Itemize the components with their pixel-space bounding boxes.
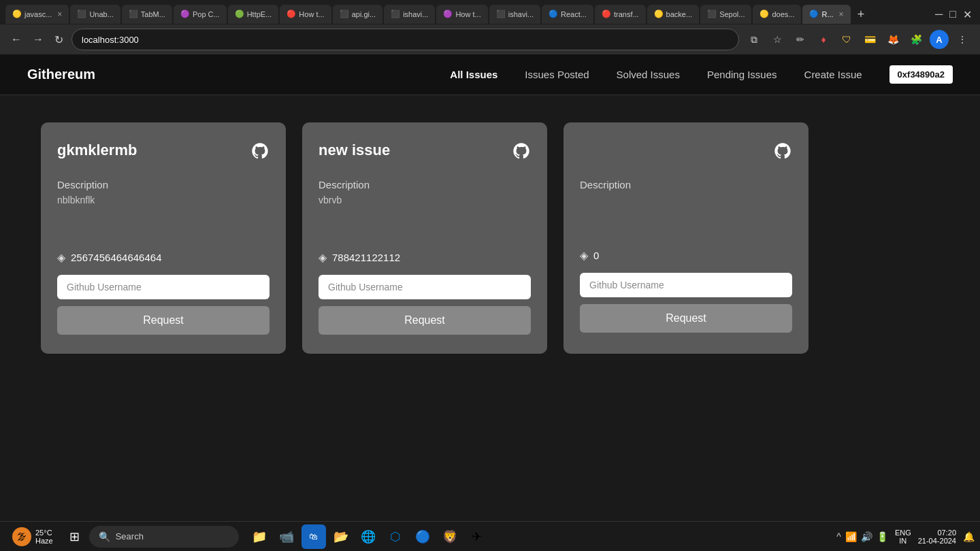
github-icon-3 [773, 141, 792, 165]
tab-r-active[interactable]: 🔵 R... × [802, 5, 850, 24]
chevron-up-icon[interactable]: ^ [836, 531, 841, 542]
taskbar-app-files[interactable]: 📁 [247, 524, 272, 549]
tab-label: How t... [299, 10, 324, 18]
tab-unable[interactable]: ⬛ Unab... [70, 5, 120, 24]
taskbar-right: ^ 📶 🔊 🔋 ENGIN 07:20 21-04-2024 🔔 [836, 529, 975, 545]
card-title-1: gkmklermb [57, 141, 137, 159]
taskbar-app-folder[interactable]: 📂 [329, 524, 353, 549]
taskbar-apps: 📁 📹 🛍 📂 🌐 ⬡ 🔵 🦁 ✈ [247, 524, 489, 549]
github-username-input-2[interactable] [318, 275, 531, 299]
nav-create-issue[interactable]: Create Issue [804, 69, 862, 80]
extension-icon[interactable]: 🧩 [906, 30, 926, 49]
tab-close-active-icon[interactable]: × [839, 10, 844, 19]
minimize-button[interactable]: ─ [932, 5, 945, 23]
maximize-button[interactable]: □ [947, 5, 959, 23]
tab-back[interactable]: 🟡 backe... [647, 5, 700, 24]
start-button[interactable]: ⊞ [64, 527, 85, 547]
tab-tabm[interactable]: ⬛ TabM... [122, 5, 172, 24]
navigation-bar: ← → ↻ ⧉ ☆ ✏ ♦ 🛡 💳 🦊 🧩 A ⋮ [0, 24, 980, 54]
browser-chrome: 🟡 javasc... × ⬛ Unab... ⬛ TabM... 🟣 Pop … [0, 0, 980, 54]
taskbar-app-store[interactable]: 🛍 [301, 524, 326, 549]
tab-favicon: 🔵 [809, 10, 819, 19]
taskbar-system-icons: ^ 📶 🔊 🔋 [836, 531, 888, 542]
tab-isha2[interactable]: ⬛ ishavi... [489, 5, 540, 24]
github-username-input-1[interactable] [57, 275, 270, 299]
taskbar-app-brave[interactable]: 🦁 [438, 524, 462, 549]
tab-close-icon[interactable]: × [57, 10, 62, 19]
wifi-icon[interactable]: 📶 [845, 531, 857, 542]
github-icon-2 [512, 141, 531, 165]
bookmark-icon[interactable]: ☆ [768, 30, 787, 49]
cast-icon[interactable]: ⧉ [745, 30, 764, 49]
app-nav-links: All Issues Issues Posted Solved Issues P… [450, 69, 862, 80]
tab-how2[interactable]: 🟣 How t... [436, 5, 487, 24]
taskbar-app-video[interactable]: 📹 [274, 524, 299, 549]
reload-button[interactable]: ↻ [52, 31, 66, 49]
tab-react[interactable]: 🔵 React... [542, 5, 593, 24]
tab-label: How t... [455, 10, 480, 18]
shield-icon[interactable]: 🛡 [837, 30, 856, 49]
tab-label: backe... [666, 10, 693, 18]
tab-label: Sepol... [719, 10, 745, 18]
wallet-ext-icon[interactable]: ♦ [814, 30, 833, 49]
github-username-input-3[interactable] [580, 273, 792, 297]
github-icon-1 [250, 141, 270, 165]
metamask-icon[interactable]: 🦊 [883, 30, 902, 49]
tab-favicon: ⬛ [496, 10, 506, 19]
nav-solved-issues[interactable]: Solved Issues [617, 69, 680, 80]
card-header-2: new issue [318, 141, 531, 165]
tab-sepo[interactable]: ⬛ Sepol... [700, 5, 751, 24]
edit-icon[interactable]: ✏ [791, 30, 810, 49]
issue-card-1: gkmklermb Description nblbknflk ◈ 256745… [41, 122, 286, 354]
tab-http[interactable]: 🟢 HttpE... [228, 5, 279, 24]
card-title-2: new issue [318, 141, 390, 159]
tab-label: TabM... [141, 10, 165, 18]
wallet-badge[interactable]: 0xf34890a2 [889, 65, 953, 84]
new-tab-button[interactable]: + [852, 7, 870, 22]
taskbar-app-telegram[interactable]: ✈ [465, 524, 489, 549]
nav-all-issues[interactable]: All Issues [450, 69, 497, 80]
tab-label: ishavi... [508, 10, 534, 18]
forward-button[interactable]: → [30, 31, 46, 48]
tab-trans[interactable]: 🔴 transf... [595, 5, 646, 24]
nav-pending-issues[interactable]: Pending Issues [707, 69, 777, 80]
date-display: 21-04-2024 [918, 537, 956, 545]
tab-isha1[interactable]: ⬛ ishavi... [384, 5, 435, 24]
tab-how1[interactable]: 🔴 How t... [280, 5, 331, 24]
tab-javascript[interactable]: 🟡 javasc... × [5, 5, 69, 24]
app-logo: Githereum [27, 67, 95, 82]
address-bar[interactable] [71, 29, 739, 50]
close-window-button[interactable]: ✕ [960, 5, 975, 24]
tab-does[interactable]: 🟡 does... [753, 5, 801, 24]
request-button-3[interactable]: Request [580, 304, 792, 333]
battery-icon[interactable]: 🔋 [877, 531, 888, 542]
issue-card-3: Description ◈ 0 Request [564, 122, 808, 354]
tab-pop[interactable]: 🟣 Pop C... [174, 5, 227, 24]
request-button-1[interactable]: Request [57, 306, 270, 335]
taskbar-weather[interactable]: 🌫 25°C Haze [5, 524, 60, 549]
search-label: Search [116, 531, 144, 541]
tab-label: javasc... [24, 10, 52, 18]
nav-icons: ⧉ ☆ ✏ ♦ 🛡 💳 🦊 🧩 A ⋮ [745, 30, 972, 49]
tab-favicon: 🟡 [654, 10, 664, 19]
time-display: 07:20 [918, 529, 956, 537]
taskbar: 🌫 25°C Haze ⊞ 🔍 Search 📁 📹 🛍 📂 🌐 ⬡ 🔵 🦁 ✈… [0, 521, 980, 551]
taskbar-search-bar[interactable]: 🔍 Search [89, 526, 239, 548]
back-button[interactable]: ← [8, 31, 24, 48]
taskbar-app-chrome[interactable]: 🔵 [410, 524, 435, 549]
tab-favicon: 🟡 [760, 10, 769, 19]
tab-api[interactable]: ⬛ api.gi... [333, 5, 382, 24]
card-desc-label-1: Description [57, 179, 270, 190]
profile-button[interactable]: A [930, 30, 949, 49]
volume-icon[interactable]: 🔊 [861, 531, 872, 542]
tab-favicon: ⬛ [129, 10, 138, 19]
taskbar-app-browser[interactable]: 🌐 [356, 524, 380, 549]
menu-button[interactable]: ⋮ [953, 30, 972, 49]
language-indicator[interactable]: ENGIN [895, 529, 911, 545]
wallet2-ext-icon[interactable]: 💳 [860, 30, 879, 49]
notification-icon[interactable]: 🔔 [963, 531, 975, 542]
nav-issues-posted[interactable]: Issues Posted [525, 69, 589, 80]
taskbar-app-vscode[interactable]: ⬡ [383, 524, 408, 549]
weather-text: 25°C Haze [35, 529, 53, 545]
request-button-2[interactable]: Request [318, 306, 531, 335]
